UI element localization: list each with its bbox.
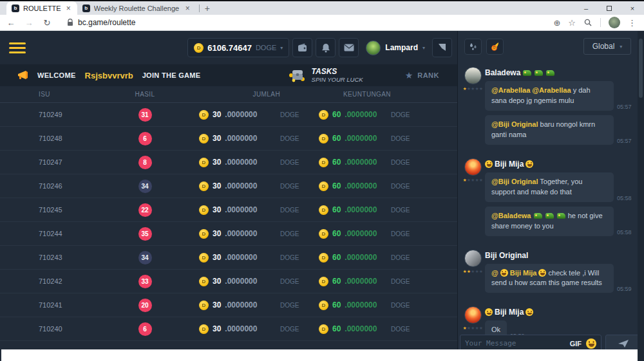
chat-message-input[interactable] — [465, 339, 565, 347]
minimize-button[interactable]: – — [574, 5, 598, 12]
currency-label: DOGE — [280, 254, 311, 261]
profit-amount: D60.0000000 — [319, 110, 391, 120]
table-row[interactable]: 71024634D30.0000000DOGED60.0000000DOGE — [0, 174, 457, 198]
gif-button[interactable]: GIF — [570, 340, 582, 347]
result-cell: 6 — [138, 132, 152, 145]
doge-coin-icon: D — [319, 205, 328, 215]
megaphone-icon — [17, 69, 31, 81]
chat-user-avatar[interactable] — [464, 67, 482, 84]
user-mention[interactable]: @Baladewa — [491, 212, 531, 219]
doge-coin-icon: D — [199, 205, 209, 215]
result-cell: 31 — [138, 108, 152, 122]
tab-roulette[interactable]: b ROULETTE × — [6, 1, 77, 15]
user-mention[interactable]: @Biji Original — [491, 178, 538, 185]
table-row[interactable]: 71024931D30.0000000DOGED60.0000000DOGE — [0, 103, 457, 127]
rain-button[interactable] — [464, 39, 482, 55]
new-tab-button[interactable]: + — [205, 3, 210, 14]
main-column: D 6106.74647 DOGE ▾ — [0, 31, 457, 361]
table-row[interactable]: 7102406D30.0000000DOGED60.0000000DOGE — [0, 317, 457, 341]
user-mention[interactable]: @ — [491, 269, 498, 277]
table-row[interactable]: 71024435D30.0000000DOGED60.0000000DOGE — [0, 222, 457, 246]
tab-weekly-challenge[interactable]: b Weekly Roulette Challenge - Win × — [77, 1, 196, 15]
forward-icon[interactable]: → — [23, 18, 35, 28]
issue-number: 710241 — [39, 301, 106, 309]
chat-user-avatar[interactable] — [464, 158, 482, 176]
welcome-suffix: JOIN THE GAME — [142, 71, 201, 79]
envelope-icon — [344, 44, 354, 51]
coin-drop-button[interactable]: D — [486, 39, 504, 55]
back-icon[interactable]: ← — [5, 18, 17, 28]
doge-coin-icon: D — [319, 158, 328, 167]
wallet-button[interactable] — [292, 38, 312, 57]
search-icon[interactable] — [583, 18, 592, 27]
bookmark-star-icon[interactable]: ☆ — [568, 18, 576, 28]
result-badge: 6 — [138, 132, 152, 145]
currency-label: DOGE — [391, 207, 423, 214]
chat-user-avatar[interactable] — [464, 306, 482, 324]
doge-coin-icon: D — [319, 324, 328, 334]
grin-emoji — [526, 308, 533, 316]
doge-coin-icon: D — [319, 253, 328, 263]
rank-shortcut[interactable]: ★ RANK — [405, 70, 439, 80]
chat-message-group: ★★★★★Biji Original @ Biji Mija check tel… — [461, 250, 641, 298]
balance-selector[interactable]: D 6106.74647 DOGE ▾ — [187, 38, 289, 57]
rewards-icon — [437, 43, 447, 52]
wallet-icon — [298, 43, 308, 52]
chat-user-avatar[interactable] — [464, 250, 482, 267]
user-mention[interactable]: Biji Mija — [510, 269, 537, 277]
doge-coin-icon: D — [319, 277, 328, 286]
close-button[interactable]: × — [621, 5, 644, 12]
chat-channel-select[interactable]: Global ▾ — [583, 38, 631, 55]
table-row[interactable]: 71024233D30.0000000DOGED60.0000000DOGE — [0, 270, 457, 293]
user-mention[interactable]: @Biji Original — [491, 120, 538, 128]
browser-profile-avatar[interactable] — [609, 17, 620, 28]
messages-button[interactable] — [339, 38, 359, 57]
rewards-button[interactable] — [432, 38, 452, 57]
user-mention[interactable]: @Arabellaa — [491, 86, 530, 94]
user-menu[interactable]: Lampard ▾ — [362, 41, 429, 55]
doge-coin-icon: D — [319, 181, 328, 191]
profit-amount: D60.0000000 — [319, 324, 391, 334]
result-badge: 20 — [138, 299, 152, 312]
profit-amount: D60.0000000 — [319, 301, 391, 310]
chat-message-bubble: @Biji Original Together, you support and… — [485, 172, 614, 202]
doge-coin-icon: D — [199, 324, 209, 334]
currency-label: DOGE — [391, 326, 423, 333]
tab-close-icon[interactable]: × — [65, 5, 72, 12]
star-icon: ★ — [479, 86, 483, 91]
refresh-icon[interactable]: ↻ — [41, 18, 53, 28]
chat-group-body: Baladewa @Arabellaa @Arabellaa y dah san… — [485, 67, 641, 149]
url-field[interactable]: bc.game/roulette — [59, 18, 547, 27]
zoom-icon[interactable]: ⊕ — [553, 18, 560, 28]
grin-emoji — [526, 160, 533, 168]
column-header-hasil: HASIL — [135, 91, 155, 98]
result-cell: 35 — [138, 227, 152, 241]
scrollbar-thumb[interactable] — [639, 39, 643, 98]
tab-close-icon[interactable]: × — [184, 5, 191, 12]
browser-menu-icon[interactable]: ⋮ — [628, 18, 636, 28]
result-cell: 34 — [138, 180, 152, 193]
tasks-title: TASKS — [312, 68, 363, 77]
hamburger-menu-icon[interactable] — [9, 42, 26, 53]
flaming-coin-icon: D — [490, 42, 500, 51]
profit-amount: D60.0000000 — [319, 205, 391, 215]
tasks-shortcut[interactable]: TASKS SPIN YOUR LUCK — [288, 68, 363, 84]
notifications-button[interactable] — [316, 38, 336, 57]
table-row[interactable]: 7102486D30.0000000DOGED60.0000000DOGE — [0, 127, 457, 151]
table-row[interactable]: 71024334D30.0000000DOGED60.0000000DOGE — [0, 246, 457, 270]
currency-label: DOGE — [280, 111, 311, 118]
table-row[interactable]: 71024120D30.0000000DOGED60.0000000DOGE — [0, 293, 457, 317]
grin-emoji — [500, 269, 508, 277]
user-mention[interactable]: @Arabellaa — [532, 86, 571, 94]
table-row[interactable]: 71024522D30.0000000DOGED60.0000000DOGE — [0, 198, 457, 222]
message-text: Biji Original — [485, 251, 528, 260]
table-row[interactable]: 7102478D30.0000000DOGED60.0000000DOGE — [0, 151, 457, 174]
doge-coin-icon: D — [319, 229, 328, 239]
window-controls: – × — [574, 1, 644, 15]
tab-divider — [199, 5, 200, 12]
header-actions: D 6106.74647 DOGE ▾ — [187, 38, 452, 57]
maximize-button[interactable] — [598, 5, 621, 12]
emoji-picker-icon[interactable] — [586, 338, 596, 349]
tab-title: Weekly Roulette Challenge - Win — [94, 5, 180, 12]
page-scrollbar[interactable] — [638, 31, 644, 361]
